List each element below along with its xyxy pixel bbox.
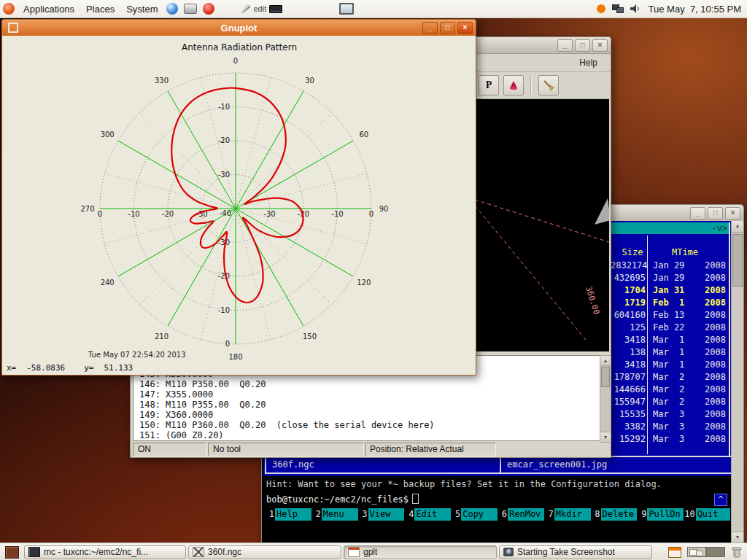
gcode-line[interactable]: 147: X355.0000 xyxy=(139,389,435,400)
red-app-icon[interactable] xyxy=(203,3,214,15)
perspective-view-button[interactable]: P xyxy=(479,75,499,96)
svg-text:120: 120 xyxy=(357,279,371,287)
gnuplot-minimize-button[interactable]: _ xyxy=(422,22,438,34)
terminal-scrollbar[interactable]: ▲ ▼ xyxy=(731,221,743,543)
pencil-icon[interactable] xyxy=(241,4,250,14)
terminal-cursor xyxy=(412,494,419,504)
fkey-help[interactable]: 1Help xyxy=(265,508,311,521)
network-icon[interactable] xyxy=(612,4,624,13)
svg-text:30: 30 xyxy=(305,77,314,85)
gcode-line[interactable]: 150: M110 P360.00 Q0.20 (close the seria… xyxy=(139,420,435,430)
printer-icon[interactable] xyxy=(184,4,197,14)
workspace-switcher[interactable] xyxy=(687,547,725,557)
fkey-edit[interactable]: 4Edit xyxy=(404,508,451,521)
globe-icon[interactable] xyxy=(166,3,178,15)
plot-area[interactable]: 030609012015018021024027030033000-10-10-… xyxy=(2,36,474,362)
file-row[interactable]: 3418Mar 12008 xyxy=(611,359,730,372)
tool-view-button[interactable] xyxy=(503,75,524,96)
screenshot-tool-icon[interactable] xyxy=(339,3,354,15)
file-date: Mar 1 xyxy=(653,359,686,372)
task-button-1[interactable]: mc - tuxcnc:~/emc2/nc_fi... xyxy=(24,545,186,559)
show-desktop-button[interactable] xyxy=(5,546,19,559)
gedit-label[interactable]: edit xyxy=(253,4,266,13)
axis-minimize-button[interactable]: _ xyxy=(557,39,573,52)
gcode-scroll-down-icon[interactable]: ▼ xyxy=(600,432,611,442)
fkey-pulldn[interactable]: 9PullDn xyxy=(637,508,684,521)
terminal-scroll-down-icon[interactable]: ▼ xyxy=(732,532,743,543)
file-row[interactable]: 1719Feb 12008 xyxy=(611,298,730,310)
history-up-button[interactable]: ^ xyxy=(714,494,727,506)
gnuplot-titlebar[interactable]: Gnuplot _ □ × xyxy=(2,20,476,36)
menu-help[interactable]: Help xyxy=(573,56,603,69)
axis-close-button[interactable]: × xyxy=(592,39,608,52)
file-row[interactable]: 155947Mar 22008 xyxy=(611,397,730,409)
menu-applications[interactable]: Applications xyxy=(18,2,80,16)
fkey-view[interactable]: 3View xyxy=(358,508,405,521)
svg-text:240: 240 xyxy=(101,279,115,287)
fkey-quit[interactable]: 10Quit xyxy=(684,508,730,521)
mc-close-button[interactable]: × xyxy=(725,207,740,219)
shell-prompt[interactable]: bob@tuxcnc:~/emc2/nc_files$ xyxy=(266,494,419,505)
file-row[interactable]: 2832174Jan 292008 xyxy=(611,260,730,273)
axis-maximize-button[interactable]: □ xyxy=(575,39,590,52)
file-row[interactable]: 3418Mar 12008 xyxy=(611,335,730,347)
mc-panel-sort-corner[interactable]: -v> xyxy=(711,223,727,233)
fkey-delete[interactable]: 8Delete xyxy=(591,508,638,521)
fkey-renmov[interactable]: 6RenMov xyxy=(498,508,544,521)
file-year: 2008 xyxy=(700,298,726,310)
file-row[interactable]: 3382Mar 32008 xyxy=(611,421,730,434)
update-notifier-icon[interactable] xyxy=(596,4,606,14)
workspace-2[interactable] xyxy=(706,547,725,557)
file-row[interactable]: 1704Jan 312008 xyxy=(611,285,730,298)
clear-plot-button[interactable] xyxy=(538,75,559,96)
x-label: x= xyxy=(7,363,16,373)
gcode-scroll-up-icon[interactable]: ▲ xyxy=(600,356,611,366)
task-button-2[interactable]: 360f.ngc xyxy=(188,545,341,559)
file-row[interactable]: 138Mar 12008 xyxy=(611,347,730,359)
gcode-line[interactable]: 148: M110 P355.00 Q0.20 xyxy=(139,400,435,410)
file-row[interactable]: 604160Feb 132008 xyxy=(611,310,730,322)
gcode-line[interactable]: 151: (G00 Z0.20) xyxy=(139,430,435,440)
window-menu-icon[interactable] xyxy=(8,23,18,33)
task-button-3[interactable]: gplt xyxy=(344,545,497,559)
gcode-line[interactable]: 146: M110 P350.00 Q0.20 xyxy=(139,379,435,389)
keyboard-icon[interactable] xyxy=(269,5,282,13)
mc-column-header-mtime[interactable]: MTime xyxy=(656,247,714,257)
trash-icon[interactable] xyxy=(731,546,743,559)
mc-minimize-button[interactable]: _ xyxy=(690,207,705,219)
file-row[interactable]: 144666Mar 22008 xyxy=(611,384,730,397)
gcode-line[interactable]: 149: X360.0000 xyxy=(139,410,435,420)
gnuplot-close-button[interactable]: × xyxy=(457,22,473,34)
fkey-mkdir[interactable]: 7Mkdir xyxy=(544,508,591,521)
file-row[interactable]: 432695Jan 292008 xyxy=(611,273,730,285)
file-row[interactable]: 125Feb 222008 xyxy=(611,322,730,335)
menu-system[interactable]: System xyxy=(120,2,163,16)
gcode-scroll-thumb[interactable] xyxy=(601,367,610,387)
fkey-label: Copy xyxy=(461,508,498,521)
menu-places[interactable]: Places xyxy=(80,2,120,16)
file-size: 144666 xyxy=(611,384,647,397)
terminal-scroll-up-icon[interactable]: ▲ xyxy=(732,221,743,233)
fkey-copy[interactable]: 5Copy xyxy=(451,508,498,521)
prompt-text: bob@tuxcnc:~/emc2/nc_files$ xyxy=(266,494,409,505)
workspace-1[interactable] xyxy=(687,547,706,557)
axis-preview-canvas[interactable]: 360.00 xyxy=(475,99,609,351)
file-year: 2008 xyxy=(700,372,726,384)
volume-icon[interactable] xyxy=(630,4,641,14)
fkey-menu[interactable]: 2Menu xyxy=(311,508,358,521)
clock[interactable]: Tue May 7, 10:55 PM xyxy=(649,4,741,15)
mc-maximize-button[interactable]: □ xyxy=(708,207,723,219)
file-year: 2008 xyxy=(700,421,726,434)
file-row[interactable]: 15292Mar 32008 xyxy=(611,434,730,446)
ubuntu-logo-icon[interactable] xyxy=(3,3,15,15)
svg-text:330: 330 xyxy=(155,77,169,85)
terminal-scroll-thumb[interactable] xyxy=(732,234,743,287)
mc-column-header-size[interactable]: Size xyxy=(616,247,649,257)
gnuplot-maximize-button[interactable]: □ xyxy=(440,22,455,34)
file-row[interactable]: 15535Mar 32008 xyxy=(611,409,730,421)
fkey-number: 5 xyxy=(451,508,461,521)
task-button-4[interactable]: Starting Take Screenshot xyxy=(499,545,652,559)
file-row[interactable]: 178707Mar 22008 xyxy=(611,372,730,384)
gnuplot-window[interactable]: Gnuplot _ □ × 03060901201501802102402703… xyxy=(1,19,476,376)
gcode-scrollbar[interactable]: ▲ ▼ xyxy=(600,355,611,443)
